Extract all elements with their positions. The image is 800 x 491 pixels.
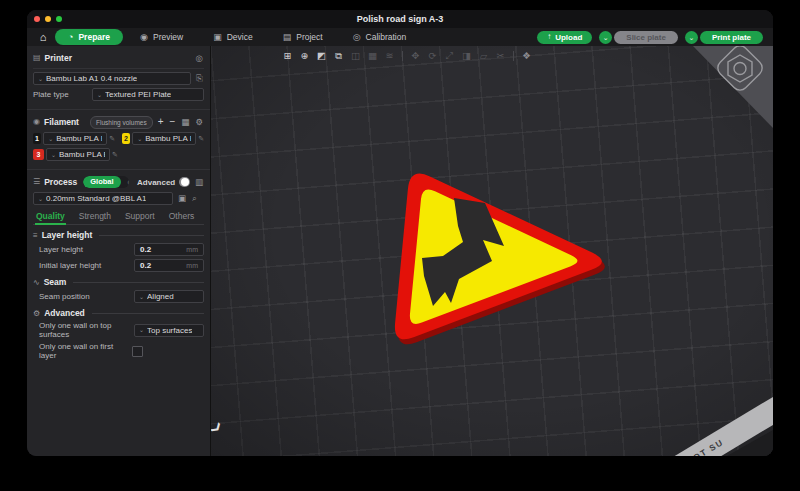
tab-label: Device bbox=[227, 32, 253, 42]
advanced-group-header: ⚙ Advanced bbox=[33, 308, 204, 318]
flushing-volumes-button[interactable]: Flushing volumes bbox=[90, 116, 153, 129]
filament-2-swatch[interactable]: 2 bbox=[122, 133, 130, 144]
one-wall-top-select[interactable]: ⌄ Top surfaces bbox=[134, 324, 204, 337]
filament-1-swatch[interactable]: 1 bbox=[33, 133, 41, 144]
chevron-down-icon: ⌄ bbox=[97, 92, 102, 98]
close-button[interactable] bbox=[34, 16, 40, 22]
process-icon: ☰ bbox=[33, 178, 40, 186]
tab-calibration[interactable]: ◎ Calibration bbox=[340, 29, 420, 45]
advanced-toggle[interactable] bbox=[179, 177, 190, 187]
minimize-button[interactable] bbox=[45, 16, 51, 22]
tab-label: Calibration bbox=[366, 32, 407, 42]
print-options-chevron-icon[interactable]: ⌄ bbox=[685, 31, 698, 44]
upload-icon: ↑ bbox=[547, 33, 551, 41]
printer-sync-icon[interactable]: ⎘ bbox=[195, 74, 204, 83]
process-section-title: Process bbox=[44, 177, 77, 187]
filament-3-select[interactable]: ⌄ Bambu PLA Basic bbox=[46, 148, 110, 161]
filament-2-select[interactable]: ⌄ Bambu PLA Basic bbox=[132, 132, 196, 145]
compare-presets-icon[interactable]: ▥ bbox=[194, 178, 204, 187]
scope-global-button[interactable]: Global bbox=[83, 176, 120, 188]
filament-3-swatch[interactable]: 3 bbox=[33, 149, 44, 160]
zoom-button[interactable] bbox=[56, 16, 62, 22]
print-button-group: ⌄ Print plate bbox=[685, 31, 763, 44]
print-plate-button[interactable]: Print plate bbox=[700, 31, 763, 44]
window-title: Polish road sign A-3 bbox=[357, 14, 444, 24]
layer-height-input[interactable]: 0.2 mm bbox=[134, 243, 204, 256]
initial-layer-height-label: Initial layer height bbox=[39, 261, 134, 270]
slice-plate-button: Slice plate bbox=[614, 31, 678, 44]
slice-button-group: ⌄ Slice plate bbox=[599, 31, 678, 44]
save-preset-icon[interactable]: ▣ bbox=[177, 194, 187, 203]
process-section: ☰ Process Global Objects Advanced ▥ bbox=[27, 173, 210, 365]
filament-3-edit-icon[interactable]: ✎ bbox=[112, 151, 118, 158]
filament-1-edit-icon[interactable]: ✎ bbox=[109, 135, 115, 142]
window-titlebar: Polish road sign A-3 bbox=[27, 10, 773, 28]
prepare-sidebar: ▤ Printer ◎ ⌄ Bambu Lab A1 0.4 nozzle ⎘ bbox=[27, 46, 211, 456]
chevron-down-icon: ⌄ bbox=[51, 152, 56, 158]
process-preset-select[interactable]: ⌄ 0.20mm Standard @BBL A1 bbox=[33, 192, 173, 205]
home-icon[interactable]: ⌂ bbox=[35, 29, 51, 45]
bambu-studio-window: Polish road sign A-3 ⌂ ◔ Prepare ◉ Previ… bbox=[27, 10, 773, 456]
chevron-down-icon: ⌄ bbox=[139, 294, 144, 300]
advanced-icon: ⚙ bbox=[33, 309, 40, 318]
chevron-down-icon: ⌄ bbox=[38, 76, 43, 82]
prepare-icon: ◔ bbox=[68, 33, 73, 42]
seam-icon: ∿ bbox=[33, 278, 40, 287]
search-icon[interactable]: ⌕ bbox=[191, 194, 198, 203]
process-tab-others[interactable]: Others bbox=[168, 209, 196, 224]
filament-1-select[interactable]: ⌄ Bambu PLA Basic bbox=[43, 132, 107, 145]
device-icon: ▣ bbox=[213, 33, 222, 42]
plate-type-label: Plate type bbox=[33, 90, 69, 99]
seam-position-select[interactable]: ⌄ Aligned bbox=[134, 290, 204, 303]
seam-position-label: Seam position bbox=[39, 292, 134, 301]
printer-icon: ▤ bbox=[33, 54, 41, 62]
process-tab-support[interactable]: Support bbox=[124, 209, 156, 224]
desktop: Polish road sign A-3 ⌂ ◔ Prepare ◉ Previ… bbox=[0, 0, 800, 491]
slice-options-chevron-icon[interactable]: ⌄ bbox=[599, 31, 612, 44]
initial-layer-height-input[interactable]: 0.2 mm bbox=[134, 259, 204, 272]
tab-prepare[interactable]: ◔ Prepare bbox=[55, 29, 123, 45]
printer-section-title: Printer bbox=[45, 53, 72, 63]
preview-icon: ◉ bbox=[140, 33, 148, 42]
ams-icon[interactable]: ▦ bbox=[180, 118, 190, 127]
main-tab-bar: ⌂ ◔ Prepare ◉ Preview ▣ Device ▤ Project… bbox=[27, 28, 773, 46]
scope-objects-button[interactable]: Objects bbox=[121, 178, 129, 187]
calibration-icon: ◎ bbox=[353, 33, 361, 42]
process-tabs: Quality Strength Support Others bbox=[33, 209, 204, 225]
traffic-lights bbox=[34, 16, 62, 22]
chevron-down-icon: ⌄ bbox=[137, 136, 142, 142]
tab-label: Project bbox=[296, 32, 322, 42]
tab-label: Prepare bbox=[78, 32, 110, 42]
chevron-down-icon: ⌄ bbox=[139, 327, 144, 333]
project-icon: ▤ bbox=[283, 33, 292, 42]
tab-project[interactable]: ▤ Project bbox=[270, 29, 336, 45]
layer-height-group-header: ≡ Layer height bbox=[33, 230, 204, 240]
one-wall-top-label: Only one wall on top surfaces bbox=[39, 321, 134, 339]
layer-height-icon: ≡ bbox=[33, 231, 38, 240]
chevron-down-icon: ⌄ bbox=[38, 196, 43, 202]
viewport-3d[interactable]: ⊞⊕◩⧉◫▦≋✥⟳⤢◨▱✂❖ △ HOT SU bbox=[211, 46, 773, 456]
plate-type-select[interactable]: ⌄ Textured PEI Plate bbox=[92, 88, 204, 101]
printer-connection-icon[interactable]: ◎ bbox=[195, 54, 204, 63]
advanced-label: Advanced bbox=[137, 178, 175, 187]
filament-2-edit-icon[interactable]: ✎ bbox=[198, 135, 204, 142]
seam-group-header: ∿ Seam bbox=[33, 277, 204, 287]
filament-settings-icon[interactable]: ⚙ bbox=[194, 118, 204, 127]
process-tab-quality[interactable]: Quality bbox=[35, 209, 66, 224]
tab-preview[interactable]: ◉ Preview bbox=[127, 29, 196, 45]
chevron-down-icon: ⌄ bbox=[48, 136, 53, 142]
process-scope-switch: Global Objects bbox=[83, 176, 129, 188]
one-wall-first-layer-label: Only one wall on first layer bbox=[39, 342, 132, 360]
tab-device[interactable]: ▣ Device bbox=[200, 29, 266, 45]
layer-height-label: Layer height bbox=[39, 245, 134, 254]
tab-label: Preview bbox=[153, 32, 183, 42]
model-road-sign-a3[interactable] bbox=[211, 46, 773, 456]
remove-filament-button[interactable]: − bbox=[169, 117, 177, 127]
one-wall-first-layer-checkbox[interactable] bbox=[132, 346, 143, 357]
printer-preset-select[interactable]: ⌄ Bambu Lab A1 0.4 nozzle bbox=[33, 72, 191, 85]
process-tab-strength[interactable]: Strength bbox=[78, 209, 112, 224]
filament-icon: ◉ bbox=[33, 118, 40, 126]
add-filament-button[interactable]: + bbox=[157, 117, 165, 127]
filament-section-title: Filament bbox=[44, 117, 79, 127]
upload-button[interactable]: ↑ Upload bbox=[537, 31, 592, 44]
